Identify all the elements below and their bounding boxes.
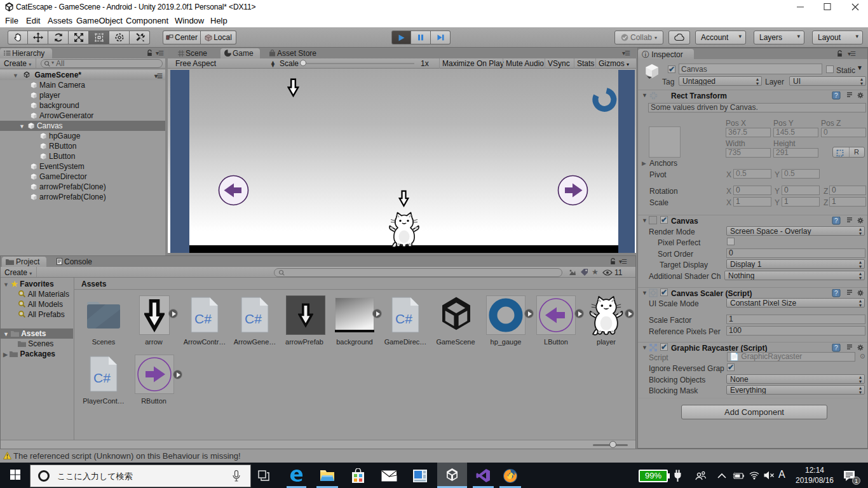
svg-text:?: ? xyxy=(834,290,838,297)
svg-text:C#: C# xyxy=(395,311,412,326)
svg-text:C#: C# xyxy=(194,311,212,326)
svg-text:?: ? xyxy=(834,217,838,224)
svg-text:C#: C# xyxy=(245,311,262,326)
svg-text:?: ? xyxy=(834,92,838,99)
svg-text:?: ? xyxy=(834,344,838,351)
svg-text:C#: C# xyxy=(93,370,111,385)
